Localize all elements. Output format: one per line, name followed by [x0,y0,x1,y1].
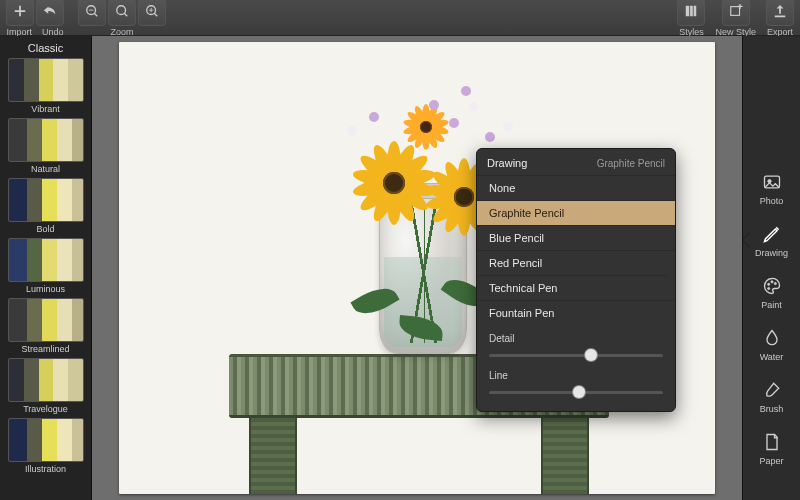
preset-label: Illustration [25,464,66,474]
preset-list: Vibrant Natural Bold Luminous Streamline… [7,58,85,478]
rail-tab-water[interactable]: Water [743,318,801,370]
rail-tab-drawing[interactable]: Drawing [743,214,801,266]
option-blue-pencil[interactable]: Blue Pencil [477,225,675,250]
rail-label: Brush [760,404,784,414]
toolbar: Import Undo Zoom Styles [0,0,800,36]
panel-title: Drawing [487,157,527,169]
preset-thumb [8,358,84,402]
undo-icon [43,4,57,20]
palette-icon [761,275,783,297]
rail-tab-brush[interactable]: Brush [743,370,801,422]
preset-travelogue[interactable]: Travelogue [7,358,85,414]
option-technical-pen[interactable]: Technical Pen [477,275,675,300]
option-none[interactable]: None [477,175,675,200]
style-sidebar: Classic Vibrant Natural Bold Luminous St… [0,36,92,500]
export-icon [773,4,787,20]
preset-label: Travelogue [23,404,68,414]
preset-label: Natural [31,164,60,174]
rail-label: Paint [761,300,782,310]
rail-tab-photo[interactable]: Photo [743,162,801,214]
styles-group: Styles [677,0,705,37]
styles-button[interactable] [677,0,705,26]
brush-icon [761,379,783,401]
line-slider[interactable] [489,385,663,399]
preset-label: Streamlined [21,344,69,354]
svg-rect-3 [686,6,690,17]
preset-thumb [8,418,84,462]
zoom-out-icon [85,4,99,20]
preset-thumb [8,178,84,222]
svg-rect-4 [691,6,694,17]
preset-thumb [8,238,84,282]
svg-rect-5 [694,6,697,17]
new-style-icon [729,4,743,20]
detail-slider-label: Detail [489,333,663,344]
drawing-panel: Drawing Graphite Pencil None Graphite Pe… [476,148,676,412]
sidebar-title: Classic [28,42,63,54]
rail-label: Photo [760,196,784,206]
preset-label: Bold [36,224,54,234]
import-button[interactable] [6,0,34,26]
new-style-button[interactable] [722,0,750,26]
svg-point-10 [770,280,772,282]
zoom-group: Zoom [78,0,166,37]
undo-button[interactable] [36,0,64,26]
plus-icon [13,4,27,20]
category-rail: Photo Drawing Paint Water Brush Paper [742,36,800,500]
panel-subtitle: Graphite Pencil [597,158,665,169]
svg-point-11 [774,282,776,284]
option-fountain-pen[interactable]: Fountain Pen [477,300,675,325]
pencil-icon [761,223,783,245]
paper-icon [761,431,783,453]
slider-knob[interactable] [585,349,597,361]
zoom-out-button[interactable] [78,0,106,26]
preset-bold[interactable]: Bold [7,178,85,234]
rail-label: Drawing [755,248,788,258]
rail-tab-paper[interactable]: Paper [743,422,801,474]
flower-illustration [401,102,451,152]
styles-icon [684,4,698,20]
water-icon [761,327,783,349]
slider-knob[interactable] [573,386,585,398]
export-group: Export [766,0,794,37]
preset-luminous[interactable]: Luminous [7,238,85,294]
preset-thumb [8,118,84,162]
canvas-area: Drawing Graphite Pencil None Graphite Pe… [92,36,742,500]
zoom-fit-button[interactable] [108,0,136,26]
rail-tab-paint[interactable]: Paint [743,266,801,318]
preset-label: Luminous [26,284,65,294]
new-style-group: New Style [715,0,756,37]
zoom-in-button[interactable] [138,0,166,26]
preset-illustration[interactable]: Illustration [7,418,85,474]
preset-streamlined[interactable]: Streamlined [7,298,85,354]
rail-label: Water [760,352,784,362]
preset-vibrant[interactable]: Vibrant [7,58,85,114]
import-group: Import Undo [6,0,64,37]
line-slider-label: Line [489,370,663,381]
zoom-in-icon [145,4,159,20]
export-button[interactable] [766,0,794,26]
rail-label: Paper [759,456,783,466]
svg-point-9 [767,283,769,285]
option-red-pencil[interactable]: Red Pencil [477,250,675,275]
option-graphite-pencil[interactable]: Graphite Pencil [477,200,675,225]
detail-slider[interactable] [489,348,663,362]
photo-icon [761,171,783,193]
preset-label: Vibrant [31,104,59,114]
svg-point-12 [767,287,769,289]
zoom-fit-icon [115,4,129,20]
preset-natural[interactable]: Natural [7,118,85,174]
drawing-options: None Graphite Pencil Blue Pencil Red Pen… [477,175,675,325]
preset-thumb [8,58,84,102]
svg-rect-6 [730,7,739,16]
preset-thumb [8,298,84,342]
